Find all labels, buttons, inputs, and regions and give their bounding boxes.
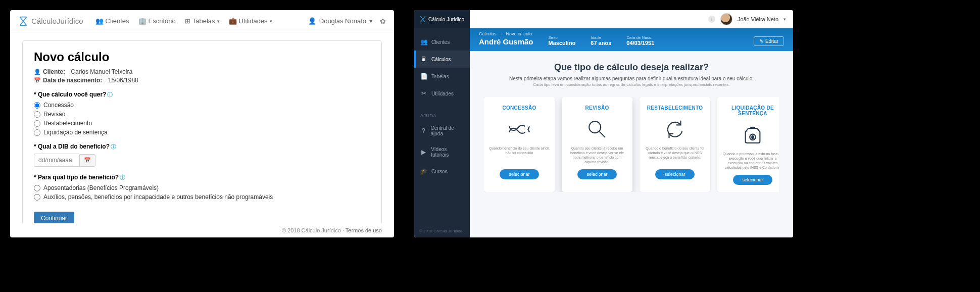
sidebar: Cálculo Jurídico 👥Clientes 🖩Cálculos 📄Ta… [414, 10, 470, 237]
brand-text: CálculoJurídico [31, 17, 83, 25]
sidebar-item-utilidades[interactable]: ✂Utilidades [414, 85, 470, 102]
card-icon [508, 118, 531, 141]
video-icon: ▶ [420, 149, 427, 156]
sidebar-item-tabelas[interactable]: 📄Tabelas [414, 68, 470, 85]
svg-point-0 [589, 121, 601, 133]
radio-revisao[interactable]: Revisão [34, 111, 370, 118]
select-button[interactable]: selecionar [577, 169, 616, 179]
card-icon: $ [741, 123, 764, 147]
card-desc: Quando o processo já está na fase de exe… [722, 152, 779, 170]
book-icon: 🎓 [420, 168, 427, 175]
nav-utilidades[interactable]: 💼Utilidades▾ [229, 17, 272, 25]
question-benefit-type: Para qual tipo de benefício?ⓘ [34, 174, 370, 181]
svg-text:$: $ [752, 135, 754, 139]
calc-type-card[interactable]: RESTABELECIMENTO Quando o benefício do s… [640, 97, 710, 192]
edit-button[interactable]: ✎Editar [754, 36, 784, 46]
tools-icon: ✂ [420, 90, 427, 97]
radio-aposentadorias[interactable]: Aposentadorias (Benefícios Programáveis) [34, 184, 370, 191]
info-icon[interactable]: ⓘ [120, 174, 125, 180]
avatar[interactable] [720, 13, 732, 25]
card-icon [663, 118, 687, 141]
card-title: LIQUIDAÇÃO DE SENTENÇA [722, 105, 779, 116]
calculator-icon: 🖩 [420, 56, 427, 63]
brand-logo[interactable]: Cálculo Jurídico [414, 10, 470, 28]
main: i João Vieira Neto ▾ Cálculos → Novo cál… [470, 10, 793, 237]
dib-input-group: 📅 [34, 154, 370, 167]
main-menu: 👥Clientes 🖩Cálculos 📄Tabelas ✂Utilidades [414, 28, 470, 107]
select-button[interactable]: selecionar [500, 169, 538, 179]
nav: 👥Clientes 🏢Escritório ⊞Tabelas▾ 💼Utilida… [95, 17, 308, 25]
select-button[interactable]: selecionar [655, 169, 694, 179]
person-icon: 👤 [34, 69, 41, 75]
info-icon[interactable]: i [708, 16, 715, 23]
headline: Que tipo de cálculo deseja realizar? [484, 62, 779, 73]
body: Novo cálculo 👤Cliente: Carlos Manuel Tei… [10, 32, 394, 223]
breadcrumb: Cálculos → Novo cálculo [479, 31, 533, 36]
gear-icon[interactable]: ✿ [380, 17, 386, 25]
card-title: RESTABELECIMENTO [647, 105, 703, 111]
nav-tabelas[interactable]: ⊞Tabelas▾ [185, 17, 220, 25]
radio-auxilios[interactable]: Auxílios, pensões, benefícios por incapa… [34, 193, 370, 201]
radio-liquidacao[interactable]: Liquidação de sentença [34, 129, 370, 136]
chevron-down-icon[interactable]: ▾ [783, 17, 786, 22]
new-ui-frame: Cálculo Jurídico 👥Clientes 🖩Cálculos 📄Ta… [414, 10, 793, 237]
question-calc-type: Que cálculo você quer?ⓘ [34, 91, 370, 99]
table-icon: 📄 [420, 73, 427, 80]
user-menu[interactable]: 👤Douglas Nonato▾ [308, 17, 373, 25]
info-icon[interactable]: ⓘ [111, 143, 116, 150]
sidebar-item-cursos[interactable]: 🎓Cursos [414, 163, 470, 180]
card-desc: Quando benefício do seu cliente ainda nã… [489, 146, 550, 164]
continue-button[interactable]: Continuar [34, 212, 74, 223]
help-icon: ? [420, 127, 427, 134]
card-desc: Quando seu cliente já recebe um benefíci… [567, 146, 627, 164]
radio-restabelecimento[interactable]: Restabelecimento [34, 120, 370, 127]
sidebar-footer: © 2018 Cálculo Jurídico [414, 225, 470, 237]
subhead-2: Cada tipo leva em consideração todas as … [484, 82, 779, 87]
logo-icon [18, 16, 28, 26]
sidebar-item-videos[interactable]: ▶Vídeos tutoriais [414, 141, 470, 163]
sidebar-item-clientes[interactable]: 👥Clientes [414, 33, 470, 51]
question-dib: Qual a DIB do benefício?ⓘ [34, 143, 370, 151]
logo-icon [419, 16, 426, 23]
calendar-button[interactable]: 📅 [79, 154, 95, 167]
user-icon: 👤 [308, 17, 316, 25]
topbar: CálculoJurídico 👥Clientes 🏢Escritório ⊞T… [10, 10, 394, 32]
info-icon[interactable]: ⓘ [107, 91, 113, 98]
card-title: CONCESSÃO [502, 105, 536, 111]
calc-type-card[interactable]: LIQUIDAÇÃO DE SENTENÇA $ Quando o proces… [717, 97, 779, 192]
svg-line-1 [599, 131, 605, 137]
select-button[interactable]: selecionar [733, 175, 772, 185]
people-icon: 👥 [420, 38, 427, 45]
nav-escritorio[interactable]: 🏢Escritório [138, 17, 176, 25]
calc-type-card[interactable]: REVISÃO Quando seu cliente já recebe um … [562, 97, 632, 192]
page-title: Novo cálculo [34, 50, 370, 64]
nav-clientes[interactable]: 👥Clientes [95, 17, 129, 25]
old-ui-frame: CálculoJurídico 👥Clientes 🏢Escritório ⊞T… [10, 10, 394, 237]
brand-logo[interactable]: CálculoJurídico [18, 16, 83, 26]
topbar: i João Vieira Neto ▾ [470, 10, 793, 28]
card-title: REVISÃO [585, 105, 609, 111]
dob-meta: 📅Data de nascimento: 15/06/1988 [34, 77, 370, 84]
subhead-1: Nesta primeira etapa vamos realizar algu… [484, 76, 779, 81]
client-name: André Gusmão [479, 37, 533, 46]
sidebar-item-calculos[interactable]: 🖩Cálculos [414, 51, 470, 68]
brand-text: Cálculo Jurídico [428, 17, 464, 22]
card-icon [585, 118, 609, 141]
form-card: Novo cálculo 👤Cliente: Carlos Manuel Tei… [22, 40, 382, 223]
content: Que tipo de cálculo deseja realizar? Nes… [470, 51, 793, 237]
sidebar-item-central[interactable]: ?Central de ajuda [414, 120, 470, 141]
card-row: CONCESSÃO Quando benefício do seu client… [484, 97, 779, 192]
card-desc: Quando o benefício do seu cliente foi co… [645, 146, 705, 164]
pencil-icon: ✎ [759, 38, 763, 44]
radio-concessao[interactable]: Concessão [34, 102, 370, 109]
footer: © 2018 Cálculo Jurídico · Termos de uso [10, 223, 394, 237]
dib-input[interactable] [34, 154, 79, 167]
help-header: AJUDA [414, 107, 470, 120]
calendar-icon: 📅 [34, 77, 41, 84]
username: João Vieira Neto [738, 16, 778, 22]
client-meta: 👤Cliente: Carlos Manuel Teixeira [34, 68, 370, 75]
terms-link[interactable]: Termos de uso [346, 227, 382, 233]
calc-type-card[interactable]: CONCESSÃO Quando benefício do seu client… [484, 97, 555, 192]
client-header: Cálculos → Novo cálculo André Gusmão Sex… [470, 28, 793, 51]
